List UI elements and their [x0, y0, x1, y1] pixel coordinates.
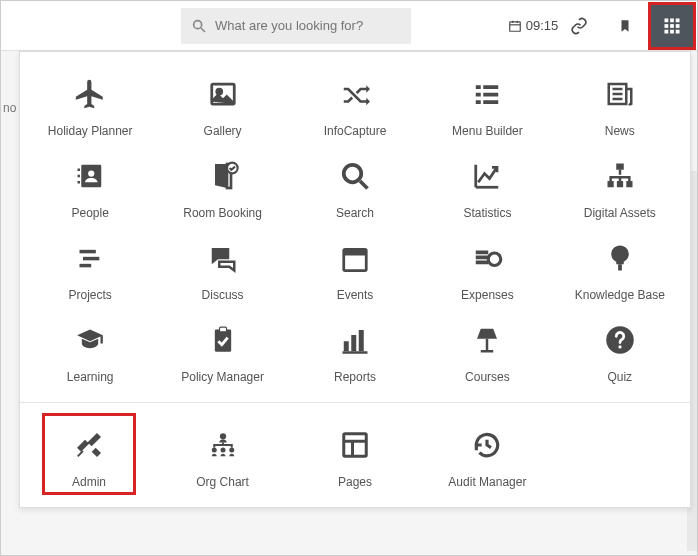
bar-chart-icon [340, 318, 370, 362]
app-holiday-planner[interactable]: Holiday Planner [24, 62, 156, 144]
newspaper-icon [604, 72, 636, 116]
svg-rect-11 [676, 24, 680, 28]
svg-point-31 [88, 170, 94, 176]
svg-rect-41 [626, 181, 632, 187]
svg-rect-40 [617, 181, 623, 187]
history-icon [471, 423, 503, 467]
app-label: Policy Manager [181, 370, 264, 384]
app-label: Gallery [204, 124, 242, 138]
svg-rect-2 [509, 21, 520, 30]
app-admin[interactable]: Admin [42, 413, 136, 495]
svg-line-1 [201, 28, 205, 32]
apps-megamenu: Holiday Planner Gallery InfoCapture Menu… [19, 51, 691, 508]
app-menu-builder[interactable]: Menu Builder [421, 62, 553, 144]
gantt-icon [75, 236, 105, 280]
app-quiz[interactable]: Quiz [554, 308, 686, 390]
app-search[interactable]: Search [289, 144, 421, 226]
svg-point-0 [194, 20, 202, 28]
question-icon [605, 318, 635, 362]
svg-rect-48 [476, 256, 489, 260]
svg-rect-44 [80, 264, 92, 268]
app-expenses[interactable]: Expenses [421, 226, 553, 308]
bookmark-icon[interactable] [602, 1, 648, 51]
app-label: Admin [72, 475, 106, 489]
list-icon [472, 72, 502, 116]
svg-rect-14 [676, 29, 680, 33]
app-learning[interactable]: Learning [24, 308, 156, 390]
app-events[interactable]: Events [289, 226, 421, 308]
app-discuss[interactable]: Discuss [156, 226, 288, 308]
app-org-chart[interactable]: Org Chart [156, 413, 288, 495]
app-digital-assets[interactable]: Digital Assets [554, 144, 686, 226]
app-reports[interactable]: Reports [289, 308, 421, 390]
svg-point-16 [216, 89, 221, 94]
svg-rect-8 [676, 18, 680, 22]
app-label: Knowledge Base [575, 288, 665, 302]
svg-rect-13 [670, 29, 674, 33]
apps-grid-button[interactable] [648, 2, 696, 50]
svg-rect-66 [344, 434, 367, 457]
airplane-icon [73, 72, 107, 116]
app-courses[interactable]: Courses [421, 308, 553, 390]
app-projects[interactable]: Projects [24, 226, 156, 308]
svg-rect-56 [359, 330, 364, 351]
calendar-icon [508, 19, 522, 33]
app-label: Audit Manager [448, 475, 526, 489]
svg-rect-51 [618, 264, 622, 270]
app-policy-manager[interactable]: Policy Manager [156, 308, 288, 390]
calendar-star-icon [340, 236, 370, 280]
tools-icon [73, 423, 105, 467]
svg-rect-20 [484, 93, 499, 97]
app-room-booking[interactable]: Room Booking [156, 144, 288, 226]
lamp-icon [472, 318, 502, 362]
svg-rect-47 [476, 251, 489, 255]
image-icon [206, 72, 240, 116]
svg-rect-21 [476, 100, 481, 104]
app-pages[interactable]: Pages [289, 413, 421, 495]
svg-rect-55 [351, 335, 356, 351]
address-book-icon [75, 154, 105, 198]
app-label: Holiday Planner [48, 124, 133, 138]
app-label: Menu Builder [452, 124, 523, 138]
app-infocapture[interactable]: InfoCapture [289, 62, 421, 144]
app-label: Digital Assets [584, 206, 656, 220]
hierarchy-icon [207, 423, 239, 467]
graduation-icon [73, 318, 107, 362]
time-text: 09:15 [526, 18, 559, 33]
app-label: Search [336, 206, 374, 220]
app-label: Learning [67, 370, 114, 384]
apps-grid-main: Holiday Planner Gallery InfoCapture Menu… [20, 52, 690, 402]
svg-rect-52 [214, 330, 230, 352]
app-knowledge-base[interactable]: Knowledge Base [554, 226, 686, 308]
layout-icon [340, 423, 370, 467]
coins-icon [470, 236, 504, 280]
topbar: 09:15 [1, 1, 697, 51]
search-input[interactable] [215, 18, 395, 33]
svg-rect-22 [484, 100, 499, 104]
search-box[interactable] [181, 8, 411, 44]
svg-point-50 [489, 253, 502, 266]
svg-rect-43 [83, 257, 99, 261]
app-label: Projects [69, 288, 112, 302]
tree-icon [605, 236, 635, 280]
app-gallery[interactable]: Gallery [156, 62, 288, 144]
time-display[interactable]: 09:15 [510, 1, 556, 51]
app-news[interactable]: News [554, 62, 686, 144]
svg-point-61 [618, 345, 621, 348]
link-icon[interactable] [556, 1, 602, 51]
app-people[interactable]: People [24, 144, 156, 226]
svg-rect-10 [670, 24, 674, 28]
clipboard-check-icon [209, 318, 237, 362]
search-icon [191, 18, 207, 34]
app-statistics[interactable]: Statistics [421, 144, 553, 226]
svg-rect-19 [476, 93, 481, 97]
background-text-fragment: no [3, 101, 16, 115]
app-label: Pages [338, 475, 372, 489]
door-check-icon [207, 154, 239, 198]
app-label: Courses [465, 370, 510, 384]
chart-line-icon [471, 154, 503, 198]
app-audit-manager[interactable]: Audit Manager [421, 413, 553, 495]
sitemap-icon [604, 154, 636, 198]
svg-point-62 [219, 433, 225, 439]
svg-point-63 [211, 448, 216, 453]
